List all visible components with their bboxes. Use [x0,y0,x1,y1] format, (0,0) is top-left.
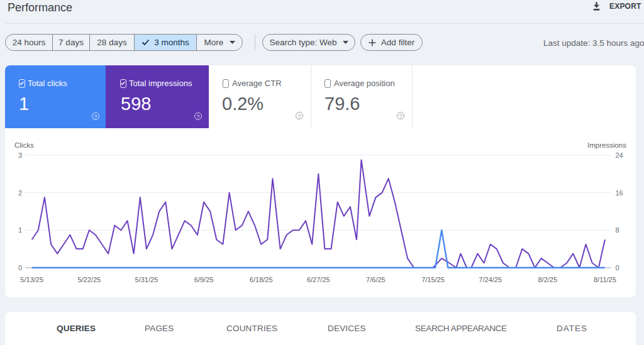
svg-text:5/13/25: 5/13/25 [20,276,43,283]
svg-text:0: 0 [18,264,22,271]
svg-text:6/18/25: 6/18/25 [250,276,273,283]
svg-text:7/24/25: 7/24/25 [479,276,502,283]
svg-text:2: 2 [18,189,22,197]
svg-text:6/9/25: 6/9/25 [194,276,214,283]
svg-text:0: 0 [616,264,619,271]
svg-text:6/27/25: 6/27/25 [307,276,330,283]
svg-text:8/11/25: 8/11/25 [594,276,616,283]
svg-text:7/15/25: 7/15/25 [421,276,445,283]
svg-text:Impressions: Impressions [587,141,626,149]
svg-text:3: 3 [18,151,22,159]
svg-text:8: 8 [616,226,619,234]
svg-text:16: 16 [616,189,623,197]
svg-text:5/31/25: 5/31/25 [135,276,158,283]
svg-text:1: 1 [18,226,22,234]
svg-text:5/22/25: 5/22/25 [77,276,101,283]
svg-text:7/6/25: 7/6/25 [366,276,386,283]
svg-text:Clicks: Clicks [14,141,34,149]
svg-text:24: 24 [616,151,623,159]
svg-text:8/2/25: 8/2/25 [538,276,558,283]
